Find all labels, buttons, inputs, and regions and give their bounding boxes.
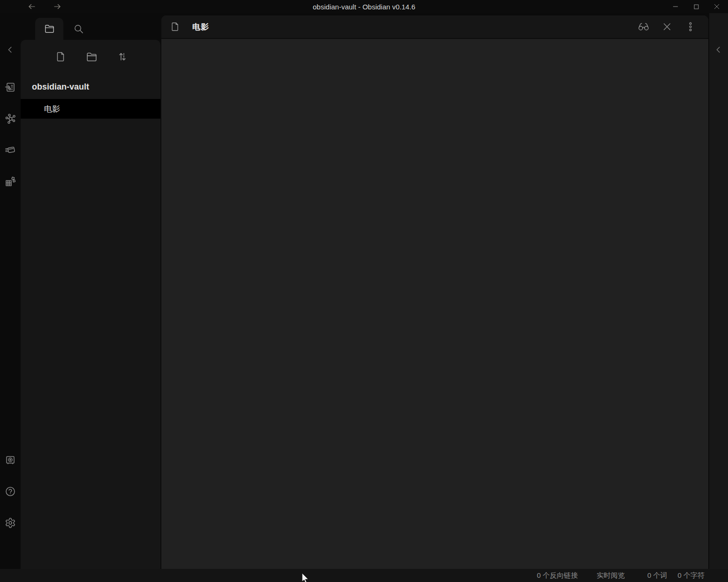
file-explorer-pane: obsidian-vault 电影 (21, 40, 160, 569)
view-header-title: 电影 (192, 22, 209, 32)
command-palette-button[interactable] (4, 144, 17, 157)
maximize-button[interactable] (691, 2, 701, 11)
window-title: obsidian-vault - Obsidian v0.14.6 (0, 3, 728, 11)
word-count: 0 个词 (647, 571, 667, 580)
graph-view-icon (5, 113, 16, 124)
char-count: 0 个字符 (677, 571, 705, 580)
random-note-icon (5, 176, 16, 187)
close-window-button[interactable] (712, 2, 721, 11)
new-folder-icon (86, 51, 98, 63)
backlink-count[interactable]: 0 个反向链接 (537, 571, 578, 580)
back-arrow-icon (28, 2, 36, 11)
file-tree-item-selected[interactable]: 电影 (21, 99, 160, 119)
right-sidebar-collapsed (708, 13, 728, 569)
open-vault-button[interactable] (4, 454, 17, 467)
expand-right-sidebar-button[interactable] (712, 43, 725, 56)
close-icon (713, 3, 720, 10)
graph-view-button[interactable] (4, 112, 17, 125)
vault-icon (5, 454, 16, 466)
editor-column: 电影 (161, 13, 708, 569)
more-options-button[interactable] (684, 20, 697, 33)
status-bar: 0 个反向链接 实时阅览 0 个词 0 个字符 (0, 569, 728, 582)
workspace: obsidian-vault 电影 电影 (0, 13, 728, 569)
file-explorer-toolbar (21, 40, 160, 74)
left-ribbon (0, 13, 21, 569)
document-icon (170, 22, 180, 32)
collapse-left-sidebar-button[interactable] (4, 43, 17, 56)
help-button[interactable] (4, 485, 17, 498)
search-icon (73, 23, 84, 34)
sort-order-button[interactable] (116, 51, 129, 63)
glasses-icon (638, 21, 649, 32)
editor-pane: 电影 (161, 15, 708, 569)
reading-view-button[interactable] (637, 20, 650, 33)
forward-arrow-icon (53, 2, 61, 11)
tab-search[interactable] (64, 18, 92, 40)
editor-mode-status[interactable]: 实时阅览 (597, 571, 625, 580)
sidebar-tab-strip (21, 13, 160, 40)
view-header: 电影 (161, 15, 708, 39)
vault-title[interactable]: obsidian-vault (21, 74, 160, 92)
random-note-button[interactable] (4, 175, 17, 188)
minimize-button[interactable] (671, 2, 680, 11)
history-back-button[interactable] (26, 1, 38, 12)
close-pane-icon (662, 22, 672, 32)
help-icon (5, 486, 16, 497)
settings-button[interactable] (4, 516, 17, 529)
history-forward-button[interactable] (52, 1, 63, 12)
folder-icon (44, 23, 55, 34)
quick-switcher-icon (5, 82, 16, 93)
kebab-menu-icon (685, 22, 696, 32)
tab-file-explorer[interactable] (35, 18, 63, 40)
minimize-icon (672, 3, 679, 10)
sort-arrows-icon (117, 51, 128, 62)
new-note-icon (55, 51, 66, 62)
quick-switcher-button[interactable] (4, 81, 17, 94)
gear-icon (5, 517, 16, 529)
left-sidebar: obsidian-vault 电影 (21, 13, 161, 569)
new-note-button[interactable] (54, 51, 67, 63)
editor-content[interactable] (161, 39, 708, 569)
obsidian-window: obsidian-vault - Obsidian v0.14.6 (0, 0, 728, 582)
maximize-icon (693, 3, 700, 10)
chevron-left-icon (713, 45, 724, 55)
close-pane-button[interactable] (660, 20, 674, 33)
new-folder-button[interactable] (85, 51, 98, 63)
command-palette-icon (5, 144, 16, 156)
titlebar: obsidian-vault - Obsidian v0.14.6 (0, 0, 728, 13)
chevron-left-icon (5, 45, 15, 55)
